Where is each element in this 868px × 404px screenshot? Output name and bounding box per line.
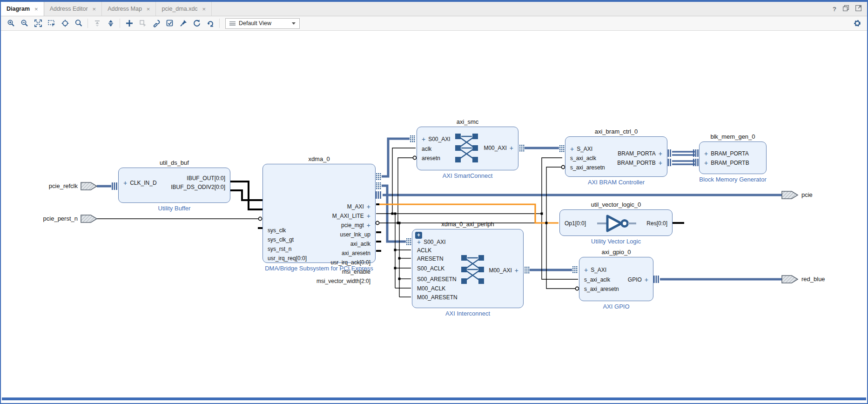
close-icon[interactable]: × xyxy=(93,6,96,13)
port-m00-aclk[interactable]: M00_ACLK xyxy=(417,285,445,292)
ip-block-util-ds-buf[interactable]: util_ds_buf + CLK_IN_D IBUF_OUT[0:0] IBU… xyxy=(118,168,230,203)
port-m-axi-lite[interactable]: M_AXI_LITE+ xyxy=(332,212,370,220)
ip-block-axi-bram-ctrl-0[interactable]: axi_bram_ctrl_0 +S_AXI s_axi_aclk s_axi_… xyxy=(565,136,667,177)
customize-wrench-button[interactable] xyxy=(150,18,162,29)
port-bram-portb[interactable]: +BRAM_PORTB xyxy=(704,159,749,167)
float-window-icon[interactable] xyxy=(843,5,849,13)
zoom-in-button[interactable] xyxy=(5,18,17,29)
port-s-axi-aclk[interactable]: s_axi_aclk xyxy=(584,276,610,283)
add-ip-button[interactable] xyxy=(123,18,135,29)
expand-plus-icon[interactable]: + xyxy=(367,213,370,219)
expand-plus-icon[interactable]: + xyxy=(417,239,421,245)
ip-block-axi-smc[interactable]: axi_smc +S00_AXI aclk aresetn M00_AXI+ A… xyxy=(417,127,518,170)
port-s-axi[interactable]: +S_AXI xyxy=(570,145,592,153)
settings-gear-icon[interactable] xyxy=(851,18,863,29)
expand-plus-icon[interactable]: + xyxy=(659,150,662,157)
port-clk-in-d[interactable]: + CLK_IN_D xyxy=(123,179,157,187)
zoom-selection-button[interactable] xyxy=(45,18,58,29)
expand-plus-icon[interactable]: + xyxy=(645,276,648,283)
tab-address-map[interactable]: Address Map × xyxy=(102,2,156,16)
close-icon[interactable]: × xyxy=(202,6,206,13)
port-s-axi[interactable]: +S_AXI xyxy=(584,266,606,274)
maximize-icon[interactable] xyxy=(855,5,861,13)
port-s00-aresetn[interactable]: S00_ARESETN xyxy=(417,276,457,283)
port-axi-aclk[interactable]: axi_aclk xyxy=(350,240,370,248)
port-s-axi-aresetn[interactable]: s_axi_aresetn xyxy=(584,285,619,293)
port-sys-clk[interactable]: sys_clk xyxy=(268,227,286,234)
regenerate-layout-button[interactable] xyxy=(190,18,203,29)
close-icon[interactable]: × xyxy=(147,6,150,13)
tab-address-editor[interactable]: Address Editor × xyxy=(44,2,102,16)
optimize-routing-button[interactable] xyxy=(204,18,216,29)
expand-hierarchy-button[interactable] xyxy=(104,18,117,29)
external-port-label-pcie-refclk[interactable]: pcie_refclk xyxy=(20,182,78,189)
collapse-hierarchy-button[interactable] xyxy=(91,18,103,29)
tab-diagram[interactable]: Diagram × xyxy=(1,2,44,16)
port-aresetn[interactable]: ARESETN xyxy=(417,255,444,263)
port-aresetn[interactable]: aresetn xyxy=(422,155,440,162)
port-m00-axi[interactable]: M00_AXI+ xyxy=(484,144,513,152)
external-port-label-red-blue[interactable]: red_blue xyxy=(801,276,825,283)
port-ibuf-ds-odiv2[interactable]: IBUF_DS_ODIV2[0:0] xyxy=(171,183,225,191)
expand-plus-icon[interactable]: + xyxy=(704,150,708,157)
bram-buses[interactable] xyxy=(672,152,695,164)
port-sys-rst-n[interactable]: sys_rst_n xyxy=(268,245,291,253)
view-selector-dropdown[interactable]: Default View xyxy=(225,18,300,29)
close-icon[interactable]: × xyxy=(34,6,38,13)
ip-block-blk-mem-gen-0[interactable]: blk_mem_gen_0 +BRAM_PORTA +BRAM_PORTB Bl… xyxy=(699,141,767,174)
port-op1[interactable]: Op1[0:0] xyxy=(565,220,586,227)
external-port-label-pcie[interactable]: pcie xyxy=(801,191,813,198)
ip-block-xdma-0-axi-periph[interactable]: xdma_0_axi_periph + +S00_AXI ACLK ARESET… xyxy=(412,229,524,308)
expand-plus-icon[interactable]: + xyxy=(123,180,127,186)
port-pcie-mgt[interactable]: pcie_mgt+ xyxy=(341,222,370,229)
port-sys-clk-gt[interactable]: sys_clk_gt xyxy=(268,236,294,243)
port-s-axi-aresetn[interactable]: s_axi_aresetn xyxy=(570,164,605,171)
zoom-out-button[interactable] xyxy=(18,18,31,29)
validate-design-button[interactable] xyxy=(163,18,176,29)
port-bram-portb[interactable]: BRAM_PORTB+ xyxy=(617,159,662,167)
port-aclk[interactable]: ACLK xyxy=(417,247,431,254)
port-m00-axi[interactable]: M00_AXI+ xyxy=(489,267,518,274)
diagram-canvas[interactable]: pcie_refclk pcie_perst_n pcie red_blue u… xyxy=(1,31,867,403)
port-axi-aresetn[interactable]: axi_aresetn xyxy=(342,249,370,257)
expand-badge[interactable]: + xyxy=(415,232,422,239)
expand-plus-icon[interactable]: + xyxy=(367,203,370,210)
expand-plus-icon[interactable]: + xyxy=(422,136,425,142)
port-m00-aresetn[interactable]: M00_ARESETN xyxy=(417,294,458,301)
search-button[interactable] xyxy=(72,18,85,29)
external-port-label-pcie-perst-n[interactable]: pcie_perst_n xyxy=(20,215,78,222)
port-bram-porta[interactable]: +BRAM_PORTA xyxy=(704,150,749,157)
port-m-axi[interactable]: M_AXI+ xyxy=(347,203,370,210)
port-s00-axi[interactable]: +S00_AXI xyxy=(422,135,451,143)
expand-plus-icon[interactable]: + xyxy=(584,267,588,273)
port-s00-axi[interactable]: +S00_AXI xyxy=(417,238,446,246)
expand-plus-icon[interactable]: + xyxy=(704,160,708,166)
autofit-button[interactable] xyxy=(59,18,71,29)
port-s00-aclk[interactable]: S00_ACLK xyxy=(417,265,444,272)
port-ibuf-out[interactable]: IBUF_OUT[0:0] xyxy=(187,175,225,182)
port-bram-porta[interactable]: BRAM_PORTA+ xyxy=(618,150,662,157)
port-res[interactable]: Res[0:0] xyxy=(646,220,667,227)
port-gpio[interactable]: GPIO+ xyxy=(628,276,648,283)
expand-plus-icon[interactable]: + xyxy=(659,160,662,166)
expand-plus-icon[interactable]: + xyxy=(570,146,574,152)
make-external-button[interactable] xyxy=(136,18,149,29)
ip-block-xdma-0[interactable]: xdma_0 sys_clk sys_clk_gt sys_rst_n usr_… xyxy=(262,164,376,263)
pin-button[interactable] xyxy=(177,18,189,29)
wire-user-lnk-up-orange[interactable] xyxy=(379,204,558,223)
help-icon[interactable]: ? xyxy=(833,6,836,13)
expand-plus-icon[interactable]: + xyxy=(515,267,518,274)
expand-plus-icon[interactable]: + xyxy=(367,222,370,229)
block-title: axi_bram_ctrl_0 xyxy=(547,128,686,137)
port-user-lnk-up[interactable]: user_lnk_up xyxy=(340,231,370,238)
block-title: xdma_0_axi_periph xyxy=(394,221,542,229)
ip-block-axi-gpio-0[interactable]: axi_gpio_0 +S_AXI s_axi_aclk s_axi_arese… xyxy=(579,257,653,301)
expand-plus-icon[interactable]: + xyxy=(510,145,513,151)
port-aclk[interactable]: aclk xyxy=(422,145,431,153)
zoom-fit-button[interactable] xyxy=(32,18,44,29)
tab-pcie-dma-xdc[interactable]: pcie_dma.xdc × xyxy=(156,2,212,16)
port-msi-vector-width[interactable]: msi_vector_width[2:0] xyxy=(316,277,370,285)
port-usr-irq-req[interactable]: usr_irq_req[0:0] xyxy=(268,255,307,262)
ip-block-util-vector-logic-0[interactable]: util_vector_logic_0 Op1[0:0] Res[0:0] Ut… xyxy=(559,209,673,236)
port-s-axi-aclk[interactable]: s_axi_aclk xyxy=(570,155,596,162)
